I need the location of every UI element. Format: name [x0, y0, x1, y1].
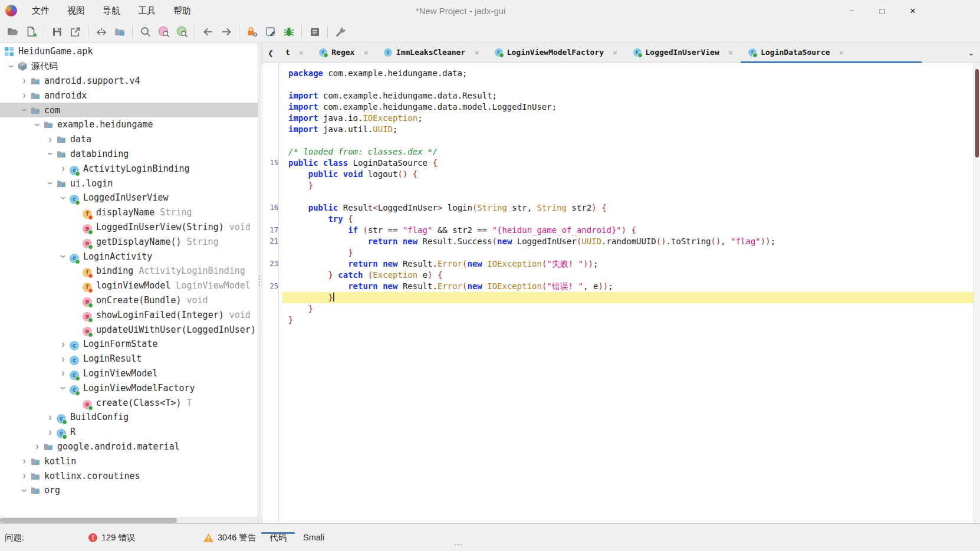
tab-logindatasource[interactable]: cLoginDataSource×: [741, 43, 922, 63]
collapse-icon[interactable]: ❯: [57, 385, 70, 391]
deobfuscation-button[interactable]: [243, 24, 261, 40]
expand-icon[interactable]: ❯: [18, 473, 31, 479]
tree-scrollbar-thumb[interactable]: [0, 518, 177, 523]
tree-item-getdisplayname[interactable]: mgetDisplayName()String: [0, 234, 258, 249]
class-search-button[interactable]: [173, 24, 191, 40]
expand-icon[interactable]: ❯: [57, 341, 70, 347]
tree-item-loginviewmodel[interactable]: ❯cLoginViewModel: [0, 366, 258, 381]
tree-item-源代码[interactable]: ❯源代码: [0, 59, 258, 74]
close-tab-icon[interactable]: ×: [613, 48, 617, 57]
collapse-icon[interactable]: ❯: [31, 122, 44, 128]
tree-item-data[interactable]: ❯data: [0, 132, 258, 147]
tree-item-databinding[interactable]: ❯databinding: [0, 147, 258, 162]
navigation-menu[interactable]: 导航: [94, 0, 129, 21]
expand-icon[interactable]: ❯: [18, 458, 31, 464]
tree-item-ui-login[interactable]: ❯ui.login: [0, 176, 258, 191]
tree-item-com[interactable]: ❯com: [0, 103, 258, 117]
help-menu[interactable]: 帮助: [165, 0, 200, 21]
collapse-icon[interactable]: ❯: [57, 195, 70, 201]
tree-item-updateuiwithuser-loggedinuser[interactable]: mupdateUiWithUser(LoggedInUser)void: [0, 322, 258, 337]
tree-item-buildconfig[interactable]: ❯cBuildConfig: [0, 410, 258, 425]
close-tab-icon[interactable]: ×: [299, 48, 304, 57]
preferences-button[interactable]: [331, 24, 350, 40]
code-editor[interactable]: package com.example.heidungame.data;impo…: [262, 63, 980, 524]
text-search-button[interactable]: [154, 24, 173, 40]
tree-item-activityloginbinding[interactable]: ❯cActivityLoginBinding: [0, 161, 258, 176]
tree-item-loginactivity[interactable]: ❯cLoginActivity: [0, 249, 258, 264]
collapse-icon[interactable]: ❯: [57, 253, 70, 260]
reload-button[interactable]: [92, 24, 110, 40]
expand-icon[interactable]: ❯: [44, 136, 57, 143]
collapse-icon[interactable]: ❯: [18, 107, 31, 113]
tab-loginviewmodelfactory[interactable]: cLoginViewModelFactory×: [487, 43, 626, 63]
file-menu[interactable]: 文件: [23, 0, 58, 21]
tab-scroll-left-button[interactable]: ❮: [264, 43, 278, 63]
tab-immleakscleaner[interactable]: cImmLeaksCleaner×: [376, 43, 487, 63]
tree-item-example-heidungame[interactable]: ❯example.heidungame: [0, 117, 258, 132]
close-tab-icon[interactable]: ×: [728, 48, 733, 57]
tab-regex[interactable]: cRegex×: [311, 43, 376, 63]
tree-item-loggedinuserview[interactable]: ❯cLoggedInUserView: [0, 191, 258, 205]
warnings-badge[interactable]: 3046 警告: [203, 524, 256, 551]
tab-t[interactable]: t×: [278, 43, 311, 63]
tree-item-showloginfailed-integer[interactable]: mshowLoginFailed(Integer)void: [0, 307, 258, 322]
errors-badge[interactable]: ! 129 错误: [88, 524, 135, 551]
save-project-button[interactable]: [48, 24, 66, 40]
export-button[interactable]: [66, 24, 84, 40]
add-files-button[interactable]: [22, 24, 40, 40]
tree-item-binding[interactable]: fbindingActivityLoginBinding: [0, 264, 258, 278]
view-menu[interactable]: 视图: [58, 0, 94, 21]
tree-item-oncreate-bundle[interactable]: monCreate(Bundle)void: [0, 293, 258, 308]
tree-item-loginformstate[interactable]: ❯cLoginFormState: [0, 337, 258, 352]
expand-icon[interactable]: ❯: [44, 429, 57, 435]
search-button[interactable]: [136, 24, 154, 40]
forward-button[interactable]: [217, 24, 235, 40]
tree-item-androidx[interactable]: ❯androidx: [0, 88, 258, 103]
expand-icon[interactable]: ❯: [18, 77, 31, 84]
open-file-button[interactable]: [4, 24, 22, 40]
expand-icon[interactable]: ❯: [31, 443, 44, 450]
editor-scrollbar-thumb[interactable]: [975, 69, 979, 158]
debug-button[interactable]: [279, 24, 298, 40]
tree-item-org[interactable]: ❯org: [0, 483, 258, 498]
tree-item-loggedinuserview-string[interactable]: mLoggedInUserView(String)void: [0, 220, 258, 235]
tree-item-android-support-v4[interactable]: ❯android.support.v4: [0, 74, 258, 88]
close-tab-icon[interactable]: ×: [839, 48, 844, 57]
tools-menu[interactable]: 工具: [129, 0, 165, 21]
collapse-icon[interactable]: ❯: [5, 63, 18, 70]
bottom-panel-grip[interactable]: ⋯: [454, 538, 464, 551]
collapse-icon[interactable]: ❯: [44, 150, 57, 157]
panel-splitter[interactable]: [258, 43, 262, 524]
tab-overflow-button[interactable]: ⌄: [962, 43, 980, 63]
close-button[interactable]: ✕: [897, 0, 928, 21]
back-button[interactable]: [199, 24, 217, 40]
tree-item-heidungame-apk[interactable]: HeidunGame.apk: [0, 44, 258, 59]
close-tab-icon[interactable]: ×: [474, 48, 479, 57]
tree-item-kotlinx-coroutines[interactable]: ❯kotlinx.coroutines: [0, 468, 258, 483]
tree-item-displayname[interactable]: fdisplayNameString: [0, 205, 258, 220]
packages-button[interactable]: [110, 24, 129, 40]
tree-item-loginviewmodel[interactable]: floginViewModelLoginViewModel: [0, 278, 258, 293]
log-viewer-button[interactable]: [305, 24, 324, 40]
tab-code[interactable]: 代码: [261, 532, 295, 543]
expand-icon[interactable]: ❯: [18, 92, 31, 99]
maximize-button[interactable]: □: [867, 0, 897, 21]
tree-item-create-class-t[interactable]: mcreate(Class<T>)T: [0, 395, 258, 410]
expand-icon[interactable]: ❯: [57, 370, 70, 376]
rename-button[interactable]: [261, 24, 279, 40]
collapse-icon[interactable]: ❯: [18, 487, 31, 494]
tree-item-google-android-material[interactable]: ❯google.android.material: [0, 440, 258, 454]
minimize-button[interactable]: −: [836, 0, 867, 21]
collapse-icon[interactable]: ❯: [44, 180, 57, 186]
expand-icon[interactable]: ❯: [44, 414, 57, 421]
tree-item-loginresult[interactable]: ❯cLoginResult: [0, 352, 258, 366]
tab-loggedinuserview[interactable]: cLoggedInUserView×: [626, 43, 741, 63]
expand-icon[interactable]: ❯: [57, 165, 70, 172]
tab-smali[interactable]: Smali: [295, 533, 333, 542]
tree-item-loginviewmodelfactory[interactable]: ❯cLoginViewModelFactory: [0, 381, 258, 395]
tree-item-r[interactable]: ❯cR: [0, 425, 258, 440]
expand-icon[interactable]: ❯: [57, 356, 70, 362]
tree-item-kotlin[interactable]: ❯kotlin: [0, 454, 258, 468]
editor-vertical-scrollbar[interactable]: [974, 63, 980, 524]
close-tab-icon[interactable]: ×: [363, 48, 368, 57]
